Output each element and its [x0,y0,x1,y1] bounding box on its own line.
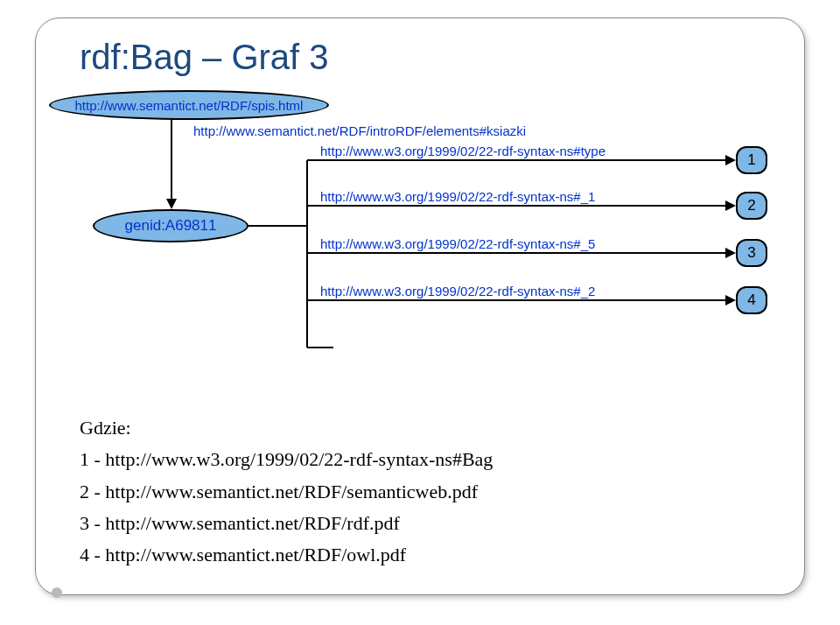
edge-5-label: http://www.w3.org/1999/02/22-rdf-syntax-… [319,236,596,251]
legend-line-3: 3 - http://www.semantict.net/RDF/rdf.pdf [80,508,493,539]
legend-line-4: 4 - http://www.semantict.net/RDF/owl.pdf [80,539,493,571]
legend-block: Gdzie: 1 - http://www.w3.org/1999/02/22-… [80,412,493,571]
node-spis: http://www.semantict.net/RDF/spis.html [49,90,329,120]
node-spis-label: http://www.semantict.net/RDF/spis.html [75,98,304,113]
legend-line-1: 1 - http://www.w3.org/1999/02/22-rdf-syn… [80,444,493,475]
page-title: rdf:Bag – Graf 3 [80,38,329,77]
box-4-text: 4 [747,291,755,309]
svg-marker-9 [725,248,736,258]
edge-2-label: http://www.w3.org/1999/02/22-rdf-syntax-… [319,284,596,298]
box-2: 2 [736,192,767,220]
box-1-text: 1 [747,151,755,169]
box-2-text: 2 [747,197,755,214]
node-genid-label: genid:A69811 [125,217,217,235]
box-1: 1 [736,146,767,174]
svg-marker-11 [725,295,736,305]
svg-marker-5 [725,155,736,165]
slide-card: rdf:Bag – Graf 3 http://www.semantict.ne… [35,18,805,595]
legend-line-2: 2 - http://www.semantict.net/RDF/semanti… [80,476,493,508]
legend-heading: Gdzie: [80,412,493,444]
node-genid: genid:A69811 [93,209,248,242]
svg-marker-1 [166,199,177,209]
slide-bullet-icon [52,587,62,598]
svg-marker-7 [725,200,736,211]
edge-type-label: http://www.w3.org/1999/02/22-rdf-syntax-… [319,144,606,158]
edge-ksiazki-label: http://www.semantict.net/RDF/introRDF/el… [193,123,526,138]
edge-1-label: http://www.w3.org/1999/02/22-rdf-syntax-… [319,189,596,204]
box-3: 3 [736,239,767,267]
box-4: 4 [736,286,767,314]
box-3-text: 3 [747,244,755,262]
